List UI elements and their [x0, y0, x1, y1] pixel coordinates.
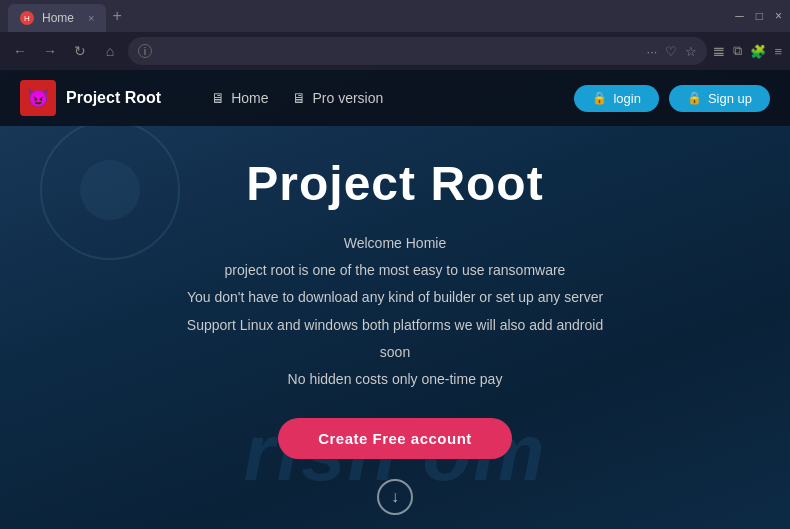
login-button[interactable]: 🔒 login	[574, 85, 658, 112]
home-button[interactable]: ⌂	[98, 39, 122, 63]
scroll-down-button[interactable]: ↓	[377, 479, 413, 515]
hero-line2: You don't have to download any kind of b…	[187, 285, 603, 310]
address-bar-row: ← → ↻ ⌂ i ··· ♡ ☆ 𝌆 ⧉ 🧩 ≡	[0, 32, 790, 70]
browser-chrome: H Home × + ─ □ × ← → ↻ ⌂ i ··· ♡ ☆ 𝌆	[0, 0, 790, 70]
tab-title: Home	[42, 11, 74, 25]
hero-description: Welcome Homie project root is one of the…	[187, 231, 603, 394]
browser-tab[interactable]: H Home ×	[8, 4, 106, 32]
hero-line3: Support Linux and windows both platforms…	[187, 313, 603, 338]
menu-icon[interactable]: ≡	[774, 44, 782, 59]
nav-links: 🖥 Home 🖥 Pro version	[211, 90, 383, 106]
bookmark-icon[interactable]: ♡	[665, 44, 677, 59]
new-tab-button[interactable]: +	[112, 7, 121, 25]
window-controls: ─ □ ×	[735, 9, 782, 23]
nav-buttons: 🔒 login 🔒 Sign up	[574, 85, 770, 112]
logo-icon: 😈	[20, 80, 56, 116]
logo-text: Project Root	[66, 89, 161, 107]
minimize-button[interactable]: ─	[735, 9, 744, 23]
browser-toolbar-right: 𝌆 ⧉ 🧩 ≡	[713, 43, 782, 59]
hero-line5: No hidden costs only one-time pay	[187, 367, 603, 392]
address-bar-right-icons: ··· ♡ ☆	[647, 44, 698, 59]
scroll-down: ↓	[0, 479, 790, 515]
nav-pro-link[interactable]: 🖥 Pro version	[292, 90, 383, 106]
address-bar[interactable]: i ··· ♡ ☆	[128, 37, 707, 65]
info-icon: i	[138, 44, 152, 58]
close-window-button[interactable]: ×	[775, 9, 782, 23]
extensions-icon[interactable]: 🧩	[750, 44, 766, 59]
hero-section: Project Root Welcome Homie project root …	[0, 126, 790, 459]
page-content: rish om 😈 Project Root 🖥 Home 🖥 Pro vers…	[0, 70, 790, 529]
refresh-button[interactable]: ↻	[68, 39, 92, 63]
hero-line1: project root is one of the most easy to …	[187, 258, 603, 283]
tab-favicon: H	[20, 11, 34, 25]
title-bar: H Home × + ─ □ ×	[0, 0, 790, 32]
forward-button[interactable]: →	[38, 39, 62, 63]
hero-welcome: Welcome Homie	[187, 231, 603, 256]
site-nav: 😈 Project Root 🖥 Home 🖥 Pro version 🔒 lo…	[0, 70, 790, 126]
nav-home-label: Home	[231, 90, 268, 106]
address-dots-icon[interactable]: ···	[647, 44, 658, 59]
reader-icon[interactable]: 𝌆	[713, 44, 725, 59]
site-logo: 😈 Project Root	[20, 80, 161, 116]
tab-close-btn[interactable]: ×	[88, 12, 94, 24]
tabs-icon[interactable]: ⧉	[733, 43, 742, 59]
back-button[interactable]: ←	[8, 39, 32, 63]
hero-title: Project Root	[246, 156, 543, 211]
signup-lock-icon: 🔒	[687, 91, 702, 105]
pro-monitor-icon: 🖥	[292, 90, 306, 106]
home-monitor-icon: 🖥	[211, 90, 225, 106]
star-icon[interactable]: ☆	[685, 44, 697, 59]
login-label: login	[613, 91, 640, 106]
login-lock-icon: 🔒	[592, 91, 607, 105]
nav-pro-label: Pro version	[312, 90, 383, 106]
hero-line4: soon	[187, 340, 603, 365]
nav-home-link[interactable]: 🖥 Home	[211, 90, 268, 106]
signup-button[interactable]: 🔒 Sign up	[669, 85, 770, 112]
signup-label: Sign up	[708, 91, 752, 106]
restore-button[interactable]: □	[756, 9, 763, 23]
create-account-button[interactable]: Create Free account	[278, 418, 512, 459]
